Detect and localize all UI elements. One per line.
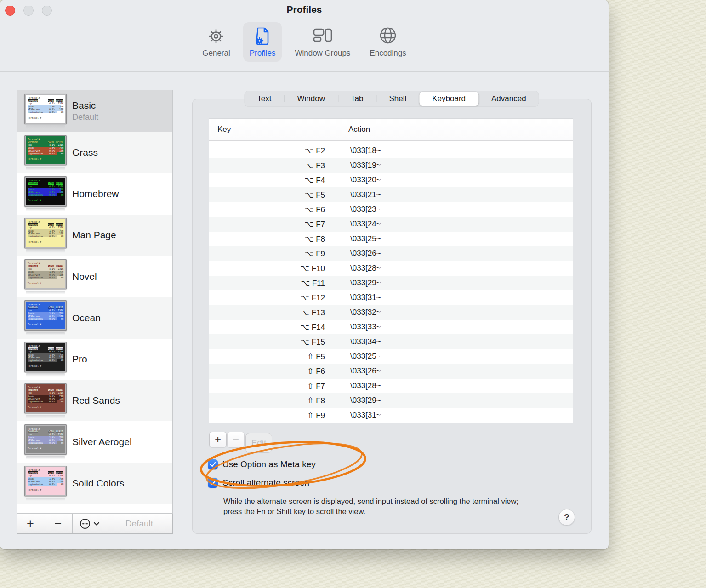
profile-item-novel[interactable]: Terminal#COMMAND%CPURPRVTtop4.1%231KXcod… <box>17 256 172 297</box>
profile-item-silver-aerogel[interactable]: Terminal#COMMAND%CPURPRVTtop4.1%231KXcod… <box>17 421 172 463</box>
action-cell: \033[20~ <box>336 175 381 185</box>
key-cell: ⇧ F8 <box>209 396 336 406</box>
profile-item-pro[interactable]: Terminal#COMMAND%CPURPRVTtop4.1%231KXcod… <box>17 339 172 380</box>
profile-item-ocean[interactable]: Terminal#COMMAND%CPURPRVTtop4.1%231KXcod… <box>17 297 172 339</box>
keybinding-row[interactable]: ⌥ F9\033[26~ <box>209 246 573 261</box>
tab-tab[interactable]: Tab <box>338 91 376 107</box>
preview-process-row: loginwindow0.0%4M <box>28 359 63 362</box>
chevron-down-icon <box>93 521 100 526</box>
key-cell: ⌥ F12 <box>209 293 336 303</box>
keybinding-row[interactable]: ⌥ F5\033[21~ <box>209 187 573 202</box>
tab-keyboard[interactable]: Keyboard <box>419 92 478 106</box>
keybinding-row[interactable]: ⌥ F8\033[25~ <box>209 232 573 246</box>
keybinding-row[interactable]: ⌥ F12\033[31~ <box>209 290 573 305</box>
terminal-preview-screen: Terminal#COMMAND%CPURPRVTtop4.1%231KXcod… <box>26 95 65 123</box>
remove-profile-button[interactable]: − <box>44 514 73 533</box>
tab-text[interactable]: Text <box>244 91 284 107</box>
toolbar-item-encodings[interactable]: Encodings <box>363 22 412 62</box>
table-body: ⌥ F2\033[18~⌥ F3\033[19~⌥ F4\033[20~⌥ F5… <box>209 143 573 423</box>
key-cell: ⇧ F7 <box>209 381 336 391</box>
keybinding-row[interactable]: ⇧ F8\033[29~ <box>209 393 573 408</box>
profile-actions-menu-button[interactable] <box>73 514 106 533</box>
profile-text: Pro <box>72 354 87 365</box>
toolbar-item-profiles[interactable]: Profiles <box>243 22 282 62</box>
profile-name: Solid Colors <box>72 478 124 489</box>
profile-item-grass[interactable]: Terminal#COMMAND%CPURPRVTtop4.1%231KXcod… <box>17 132 172 173</box>
action-cell: \033[28~ <box>336 381 381 390</box>
table-header: Key Action <box>209 119 573 141</box>
profile-name: Pro <box>72 354 87 365</box>
profile-name: Red Sands <box>72 395 120 406</box>
profile-subtitle: Default <box>72 113 98 122</box>
keybinding-row[interactable]: ⌥ F3\033[19~ <box>209 158 573 173</box>
keybinding-row[interactable]: ⌥ F4\033[20~ <box>209 173 573 187</box>
keybinding-row[interactable]: ⇧ F7\033[28~ <box>209 379 573 393</box>
process-mem: 4M <box>55 441 63 444</box>
keybinding-row[interactable]: ⇧ F5\033[25~ <box>209 349 573 364</box>
process-cpu: 0.0% <box>47 400 55 403</box>
keybinding-row[interactable]: ⌥ F15\033[34~ <box>209 334 573 349</box>
profile-item-homebrew[interactable]: Terminal#COMMAND%CPURPRVTtop4.1%231KXcod… <box>17 173 172 215</box>
toolbar-item-window-groups[interactable]: Window Groups <box>288 22 357 62</box>
circle-ellipsis-icon <box>79 518 91 530</box>
column-header-key[interactable]: Key <box>209 125 336 134</box>
column-header-action[interactable]: Action <box>336 125 370 134</box>
desktop: { "window": { "title": "Profiles" }, "to… <box>0 0 706 588</box>
keybinding-row[interactable]: ⌥ F6\033[23~ <box>209 202 573 217</box>
action-cell: \033[25~ <box>336 352 381 361</box>
toolbar-items: General <box>0 22 609 62</box>
tab-shell[interactable]: Shell <box>376 91 419 107</box>
preview-prompt-line: Terminal # <box>28 364 63 367</box>
profile-item-red-sands[interactable]: Terminal#COMMAND%CPURPRVTtop4.1%231KXcod… <box>17 380 172 421</box>
key-cell: ⇧ F5 <box>209 352 336 362</box>
action-cell: \033[26~ <box>336 367 381 376</box>
terminal-preview-screen: Terminal#COMMAND%CPURPRVTtop4.1%231KXcod… <box>26 426 65 453</box>
terminal-preview: Terminal#COMMAND%CPURPRVTtop4.1%231KXcod… <box>24 424 67 455</box>
process-name: loginwindow <box>28 441 47 444</box>
process-cpu: 0.0% <box>47 111 55 113</box>
keybinding-row[interactable]: ⌥ F2\033[18~ <box>209 143 573 158</box>
tab-window[interactable]: Window <box>285 91 338 107</box>
key-cell: ⌥ F5 <box>209 190 336 200</box>
preview-process-row: loginwindow0.0%4M <box>28 317 63 320</box>
preview-process-row: loginwindow0.0%4M <box>28 193 63 196</box>
profile-text: Grass <box>72 147 98 158</box>
keybinding-row[interactable]: ⇧ F9\033[31~ <box>209 408 573 423</box>
keybinding-row[interactable]: ⇧ F6\033[26~ <box>209 364 573 379</box>
preview-prompt-line: Terminal # <box>28 199 63 202</box>
process-mem: 4M <box>55 483 63 486</box>
checkbox-label: Use Option as Meta key <box>222 459 316 469</box>
scroll-alternate-screen-row: Scroll alternate screen <box>208 477 309 489</box>
process-mem: 4M <box>55 359 63 362</box>
tab-advanced[interactable]: Advanced <box>478 91 539 107</box>
profile-thumbnail: Terminal#COMMAND%CPURPRVTtop4.1%231KXcod… <box>24 94 67 129</box>
keybinding-row[interactable]: ⌥ F7\033[24~ <box>209 217 573 232</box>
keybinding-row[interactable]: ⌥ F13\033[32~ <box>209 305 573 320</box>
keybinding-row[interactable]: ⌥ F10\033[28~ <box>209 261 573 276</box>
profile-item-basic[interactable]: Terminal#COMMAND%CPURPRVTtop4.1%231KXcod… <box>17 90 172 132</box>
preview-prompt-line: Terminal # <box>28 406 63 408</box>
set-default-button[interactable]: Default <box>106 514 172 533</box>
process-name: loginwindow <box>28 193 47 196</box>
action-cell: \033[18~ <box>336 146 381 155</box>
toolbar-item-general[interactable]: General <box>196 22 236 62</box>
remove-keybinding-button[interactable]: − <box>227 432 245 447</box>
help-button[interactable]: ? <box>558 509 575 526</box>
profile-item-man-page[interactable]: Terminal#COMMAND%CPURPRVTtop4.1%231KXcod… <box>17 215 172 256</box>
action-cell: \033[33~ <box>336 322 381 332</box>
profile-item-solid-colors[interactable]: Terminal#COMMAND%CPURPRVTtop4.1%231KXcod… <box>17 463 172 504</box>
profile-name: Novel <box>72 271 97 282</box>
scroll-alternate-screen-checkbox[interactable] <box>208 478 218 488</box>
process-mem: 4M <box>55 193 63 196</box>
process-mem: 4M <box>55 235 63 237</box>
edit-keybinding-button[interactable]: Edit <box>245 433 272 453</box>
process-name: loginwindow <box>28 400 47 403</box>
keybinding-row[interactable]: ⌥ F11\033[29~ <box>209 276 573 290</box>
keybinding-row[interactable]: ⌥ F14\033[33~ <box>209 320 573 334</box>
terminal-preview-screen: Terminal#COMMAND%CPURPRVTtop4.1%231KXcod… <box>26 178 65 205</box>
thumbnail-reflection <box>26 332 65 335</box>
terminal-preview-screen: Terminal#COMMAND%CPURPRVTtop4.1%231KXcod… <box>26 260 65 288</box>
add-keybinding-button[interactable]: + <box>209 432 227 447</box>
use-option-as-meta-checkbox[interactable] <box>208 459 218 469</box>
add-profile-button[interactable]: + <box>17 514 44 533</box>
